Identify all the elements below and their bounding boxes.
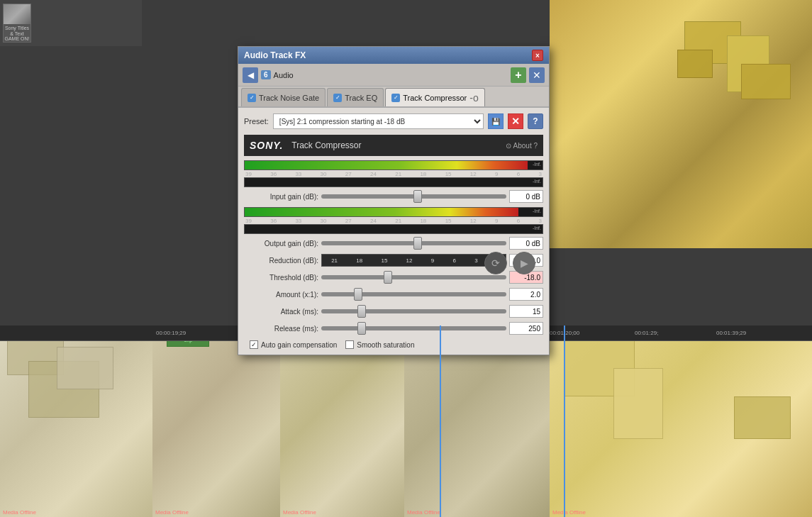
- track-label: Audio: [274, 71, 508, 79]
- preset-row: Preset: [Sys] 2:1 compression starting a…: [244, 113, 543, 129]
- plugin-header: SONY. Track Compressor ⊙ About ?: [244, 135, 543, 156]
- output-inf-mid: -Inf.: [533, 226, 541, 230]
- attack-value: 15: [509, 305, 543, 318]
- dialog-title: Audio Track FX: [244, 50, 306, 60]
- blue-cursor-1: [440, 326, 441, 517]
- meter-numbers-top: 39363330272421181512963: [244, 171, 543, 177]
- dialog-close-button[interactable]: ×: [532, 50, 543, 61]
- media-offline-4: Media Offline: [407, 509, 440, 516]
- reduction-label: Reduction (dB):: [244, 257, 318, 265]
- amount-slider-track[interactable]: [321, 292, 506, 296]
- media-offline-1: Media Offline: [3, 509, 36, 516]
- threshold-slider-thumb[interactable]: [384, 271, 392, 284]
- meter-numbers-bottom: 39363330272421181512963: [244, 218, 543, 224]
- tab-noise-gate-check: ✓: [248, 94, 256, 102]
- track-badge: 6: [261, 70, 271, 79]
- amount-row: Amount (x:1): 2.0: [244, 288, 543, 301]
- smooth-sat-label: Smooth saturation: [357, 341, 414, 349]
- dialog-content: Preset: [Sys] 2:1 compression starting a…: [238, 108, 549, 355]
- output-inf-top: -Inf.: [533, 209, 541, 213]
- output-meter-section: -Inf. 39363330272421181512963 -Inf.: [244, 207, 543, 234]
- input-meter-fill-top: [245, 161, 528, 169]
- tab-compressor-check: ✓: [391, 94, 400, 102]
- blue-cursor-2: [564, 326, 565, 517]
- attack-row: Attack (ms): 15: [244, 305, 543, 318]
- input-gain-slider-thumb[interactable]: [413, 190, 422, 203]
- amount-value: 2.0: [509, 288, 543, 301]
- dialog-tabs: ✓ Track Noise Gate ✓ Track EQ ✓ Track Co…: [238, 87, 549, 108]
- input-inf-mid: -Inf.: [533, 179, 541, 184]
- ruler-time-6: 00:01:29;: [635, 330, 658, 336]
- plugin-name: Track Compressor: [291, 140, 506, 150]
- auto-gain-checkbox[interactable]: ✓: [250, 340, 258, 349]
- preset-save-button[interactable]: 💾: [488, 113, 504, 129]
- tab-eq-check: ✓: [333, 94, 342, 102]
- output-gain-slider-track[interactable]: [321, 241, 506, 245]
- top-thumbnail-area: Sony Titles & Text GAME ON!: [0, 0, 142, 46]
- input-gain-value: 0 dB: [509, 190, 543, 203]
- tab-eq[interactable]: ✓ Track EQ: [327, 88, 384, 106]
- input-meter-bar-top: -Inf.: [244, 160, 543, 170]
- release-label: Release (ms):: [244, 325, 318, 333]
- input-inf-top: -Inf.: [533, 162, 541, 167]
- loop-button[interactable]: ⟳: [484, 252, 507, 274]
- ruler-time-1: 00:00:19;29: [156, 330, 186, 336]
- input-meter-bar-mid: -Inf.: [244, 177, 543, 187]
- release-slider-track[interactable]: [321, 326, 506, 330]
- ruler-time-7: 00:01:39;29: [716, 330, 746, 336]
- release-value: 250: [509, 322, 543, 335]
- toolbar-add-button[interactable]: +: [511, 67, 526, 83]
- tab-compressor-dash: -o: [469, 92, 478, 104]
- smooth-sat-checkbox[interactable]: [345, 340, 354, 349]
- tab-eq-label: Track EQ: [345, 94, 377, 102]
- plugin-about[interactable]: ⊙ About ?: [506, 142, 538, 150]
- playback-controls: ⟳ ▶: [484, 252, 535, 274]
- output-gain-slider-thumb[interactable]: [413, 237, 422, 250]
- preset-help-button[interactable]: ?: [528, 113, 543, 129]
- tab-compressor-label: Track Compressor: [403, 94, 467, 102]
- toolbar-back-arrow[interactable]: ◀: [243, 67, 258, 83]
- output-gain-row: Output gain (dB): 0 dB: [244, 237, 543, 250]
- amount-slider-thumb[interactable]: [354, 288, 362, 301]
- dialog-toolbar: ◀ 6 Audio + ✕: [238, 64, 549, 87]
- preset-label: Preset:: [244, 117, 269, 126]
- reduction-numbers: 21181512963: [322, 257, 506, 264]
- output-meter-bar-top: -Inf.: [244, 207, 543, 217]
- tab-compressor[interactable]: ✓ Track Compressor -o: [385, 88, 485, 106]
- reduction-meter: 21181512963: [321, 254, 506, 267]
- bottom-left-sketch: Media Offline: [0, 326, 152, 517]
- sony-logo: SONY.: [250, 140, 283, 151]
- auto-gain-checkbox-item[interactable]: ✓ Auto gain compensation: [250, 340, 337, 349]
- dialog-title-bar: Audio Track FX ×: [238, 47, 549, 64]
- play-button[interactable]: ▶: [513, 252, 535, 274]
- audio-track-fx-dialog: Audio Track FX × ◀ 6 Audio + ✕ ✓ Track N…: [238, 46, 550, 355]
- output-gain-label: Output gain (dB):: [244, 240, 318, 248]
- auto-gain-label: Auto gain compensation: [261, 341, 337, 349]
- media-offline-5: Media Offline: [552, 509, 586, 516]
- threshold-slider-track[interactable]: [321, 275, 506, 279]
- media-offline-3: Media Offline: [283, 509, 316, 516]
- smooth-sat-checkbox-item[interactable]: Smooth saturation: [345, 340, 414, 349]
- bottom-right-sketch: Media Offline: [550, 326, 812, 517]
- input-gain-slider-track[interactable]: [321, 194, 506, 199]
- attack-slider-track[interactable]: [321, 309, 506, 313]
- checkboxes-row: ✓ Auto gain compensation Smooth saturati…: [244, 340, 543, 349]
- input-gain-label: Input gain (dB):: [244, 193, 318, 201]
- input-gain-row: Input gain (dB): 0 dB: [244, 190, 543, 203]
- input-meter-section: -Inf. 39363330272421181512963 -Inf.: [244, 160, 543, 187]
- release-slider-thumb[interactable]: [357, 322, 366, 335]
- tab-noise-gate-label: Track Noise Gate: [259, 94, 319, 102]
- output-meter-fill-top: [245, 208, 518, 216]
- preset-delete-button[interactable]: ✕: [508, 113, 523, 129]
- thumb-label-1: Sony Titles & Text GAME ON!: [4, 26, 30, 42]
- output-meter-bar-mid: -Inf.: [244, 224, 543, 234]
- media-offline-2: Media Offline: [155, 509, 189, 516]
- right-preview: [550, 0, 812, 248]
- attack-slider-thumb[interactable]: [357, 305, 366, 318]
- output-gain-value: 0 dB: [509, 237, 543, 250]
- toolbar-close-button[interactable]: ✕: [529, 67, 545, 83]
- preset-select[interactable]: [Sys] 2:1 compression starting at -18 dB: [273, 113, 484, 129]
- attack-label: Attack (ms):: [244, 308, 318, 316]
- release-row: Release (ms): 250: [244, 322, 543, 335]
- tab-noise-gate[interactable]: ✓ Track Noise Gate: [241, 88, 326, 106]
